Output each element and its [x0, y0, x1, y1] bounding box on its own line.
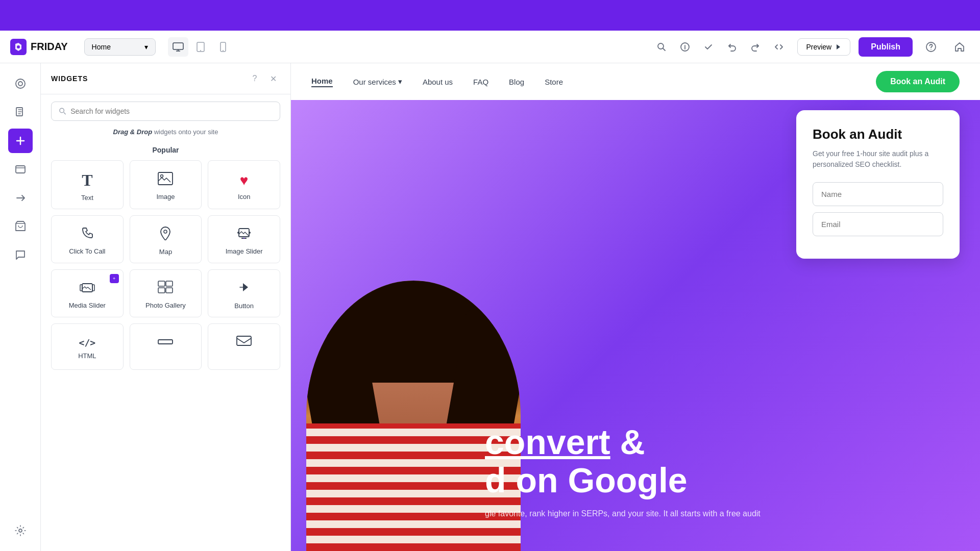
nav-about-label: About us: [423, 78, 453, 86]
left-sidebar: [0, 63, 41, 551]
drag-drop-suffix: widgets onto your site: [152, 128, 218, 136]
sidebar-item-chat[interactable]: [8, 243, 33, 267]
widget-icon-item[interactable]: ♥ Icon: [208, 160, 280, 209]
svg-point-20: [237, 232, 239, 234]
canvas-area: Home Our services ▾ About us FAQ Blog St…: [291, 63, 980, 551]
hero-ampersand-text: &: [620, 422, 645, 461]
site-preview: Home Our services ▾ About us FAQ Blog St…: [291, 63, 980, 551]
page-selector[interactable]: Home ▾: [84, 38, 156, 56]
sidebar-item-settings[interactable]: [8, 518, 33, 543]
sidebar-item-media[interactable]: [8, 157, 33, 182]
svg-point-17: [161, 175, 163, 178]
widgets-help-icon[interactable]: ?: [248, 71, 262, 86]
preview-label: Preview: [806, 43, 831, 51]
widget-image-slider[interactable]: Image Slider: [208, 215, 280, 263]
publish-label: Publish: [871, 42, 900, 51]
audit-name-input[interactable]: [813, 182, 943, 206]
redo-icon-btn[interactable]: [745, 37, 766, 57]
drag-drop-hint: Drag & Drop widgets onto your site: [41, 128, 290, 136]
search-icon-btn[interactable]: [651, 37, 672, 57]
nav-store-label: Store: [545, 78, 563, 86]
svg-point-10: [18, 82, 22, 86]
nav-cta-button[interactable]: Book an Audit: [876, 71, 960, 92]
nav-services-dropdown-icon: ▾: [398, 77, 402, 86]
sidebar-item-pages[interactable]: [8, 100, 33, 124]
nav-item-about[interactable]: About us: [423, 78, 453, 86]
home-icon-btn[interactable]: [949, 37, 970, 57]
svg-point-9: [930, 49, 932, 50]
preview-button[interactable]: Preview: [797, 38, 850, 56]
image-widget-icon: [158, 172, 173, 189]
desktop-device-btn[interactable]: [168, 37, 188, 57]
hero-main-line1: convert &: [485, 423, 761, 461]
svg-point-18: [164, 230, 167, 233]
widget-strip[interactable]: Strip: [130, 323, 202, 370]
svg-rect-30: [158, 288, 165, 293]
widget-button[interactable]: Button: [208, 269, 280, 317]
gallery-widget-label: Photo Gallery: [145, 302, 186, 309]
svg-rect-27: [92, 285, 94, 291]
widgets-header-actions: ? ✕: [248, 71, 280, 86]
nav-faq-label: FAQ: [473, 78, 488, 86]
slider-widget-icon: [236, 227, 252, 243]
svg-point-24: [246, 238, 247, 239]
toolbar: FRIDAY Home ▾: [0, 31, 980, 63]
main-content: WIDGETS ? ✕ Drag & Drop widgets onto you…: [0, 63, 980, 551]
nav-cta-label: Book an Audit: [890, 77, 945, 86]
drag-drop-strong: Drag & Drop: [113, 128, 153, 136]
sidebar-item-add[interactable]: [8, 129, 33, 153]
undo-icon-btn[interactable]: [722, 37, 742, 57]
widgets-title: WIDGETS: [51, 74, 88, 83]
nav-item-services[interactable]: Our services ▾: [353, 77, 402, 86]
help-icon-btn[interactable]: [921, 37, 941, 57]
nav-blog-label: Blog: [509, 78, 524, 86]
sidebar-item-connect[interactable]: [8, 186, 33, 210]
nav-item-home[interactable]: Home: [311, 77, 333, 87]
search-input[interactable]: [70, 107, 273, 115]
check-icon-btn[interactable]: [698, 37, 719, 57]
hero-convert-text: convert: [485, 422, 610, 461]
gallery-widget-icon: [158, 281, 173, 297]
toolbar-icons: [651, 37, 789, 57]
svg-point-0: [17, 45, 20, 48]
widget-photo-gallery[interactable]: Photo Gallery: [130, 269, 202, 317]
widget-map[interactable]: Map: [130, 215, 202, 263]
sidebar-item-store[interactable]: [8, 214, 33, 239]
svg-point-15: [60, 108, 64, 113]
html-widget-label: HTML: [78, 352, 96, 360]
svg-point-23: [243, 238, 244, 239]
widget-media-slider[interactable]: + Media Slider: [51, 269, 124, 317]
sidebar-item-design[interactable]: [8, 71, 33, 96]
widget-click-to-call[interactable]: Click To Call: [51, 215, 124, 263]
widgets-grid: T Text Image ♥ Icon Click To Call: [41, 160, 290, 378]
slider-widget-label: Image Slider: [226, 247, 263, 255]
svg-point-5: [223, 50, 224, 51]
hero-sub-text: gle favorite, rank higher in SERPs, and …: [485, 507, 761, 520]
popular-section-title: Popular: [41, 142, 290, 160]
widget-image[interactable]: Image: [130, 160, 202, 209]
svg-rect-1: [173, 43, 183, 49]
publish-button[interactable]: Publish: [859, 37, 913, 57]
top-bar: [0, 0, 980, 31]
nav-item-blog[interactable]: Blog: [509, 78, 524, 86]
widget-email[interactable]: Email: [208, 323, 280, 370]
email-widget-icon: [236, 334, 252, 350]
widgets-search-box[interactable]: [51, 102, 280, 121]
widget-text[interactable]: T Text: [51, 160, 124, 209]
nav-item-faq[interactable]: FAQ: [473, 78, 488, 86]
widgets-close-icon[interactable]: ✕: [266, 71, 280, 86]
audit-email-input[interactable]: [813, 212, 943, 236]
mobile-device-btn[interactable]: [213, 37, 233, 57]
svg-rect-26: [80, 285, 82, 291]
widget-html[interactable]: </> HTML: [51, 323, 124, 370]
tablet-device-btn[interactable]: [190, 37, 211, 57]
info-icon-btn[interactable]: [675, 37, 695, 57]
svg-rect-13: [16, 166, 25, 173]
image-widget-label: Image: [156, 193, 175, 201]
hero-main-line2: d on Google: [485, 461, 761, 499]
nav-item-store[interactable]: Store: [545, 78, 563, 86]
preview-nav: Home Our services ▾ About us FAQ Blog St…: [291, 63, 980, 100]
svg-point-6: [658, 43, 664, 49]
code-icon-btn[interactable]: [769, 37, 789, 57]
text-widget-label: Text: [81, 194, 93, 202]
